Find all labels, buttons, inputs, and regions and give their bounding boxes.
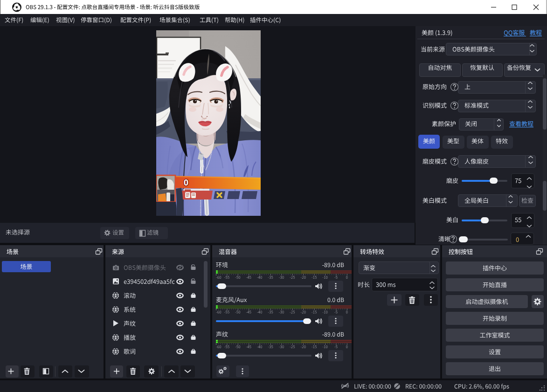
svg-text:0: 0 — [184, 178, 188, 187]
